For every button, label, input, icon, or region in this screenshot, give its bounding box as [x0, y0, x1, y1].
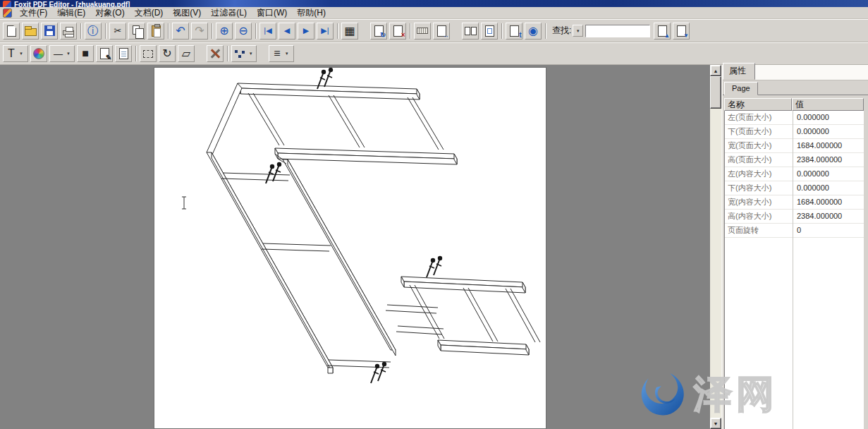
chevron-down-icon: ▼: [576, 29, 580, 33]
menu-document[interactable]: 文档(D): [130, 6, 169, 20]
color-wheel-icon: [33, 48, 44, 59]
toolbar-separator: [501, 23, 503, 39]
pdf-page[interactable]: [154, 67, 546, 429]
redo-arrow-icon: ↷: [195, 25, 204, 37]
fit-page-frame-icon: [487, 28, 492, 34]
text-tool-button[interactable]: T▼: [3, 45, 28, 62]
scroll-down-button[interactable]: ▼: [710, 418, 721, 429]
delete-page-button[interactable]: ×: [389, 23, 406, 40]
menu-view[interactable]: 视图(V): [168, 6, 206, 20]
table-row[interactable]: 高(页面大小) 2384.000000: [725, 153, 864, 167]
node-edit-button[interactable]: ▼: [231, 45, 257, 62]
property-value: 1684.000000: [793, 139, 864, 152]
document-info-button[interactable]: ⓘ: [85, 23, 102, 40]
table-row[interactable]: 下(内容大小) 0.000000: [725, 181, 864, 195]
table-row[interactable]: 高(内容大小) 2384.000000: [725, 210, 864, 224]
text-caret: [182, 197, 186, 209]
column-header-name[interactable]: 名称: [724, 98, 792, 111]
vertical-scrollbar[interactable]: ▲ ▼: [710, 65, 721, 429]
table-row[interactable]: 宽(页面大小) 1684.000000: [725, 139, 864, 153]
select-object-button[interactable]: [140, 45, 157, 62]
line-icon: —: [54, 49, 63, 59]
table-row[interactable]: 下(页面大小) 0.000000: [725, 125, 864, 139]
table-row[interactable]: 左(页面大小) 0.000000: [725, 111, 864, 125]
two-page-view-button[interactable]: [462, 23, 479, 40]
page-thumbnails-button[interactable]: ▦: [341, 23, 358, 40]
table-row[interactable]: 宽(内容大小) 1684.000000: [725, 195, 864, 210]
property-name: 高(内容大小): [725, 210, 793, 223]
first-page-button[interactable]: |◀: [259, 23, 276, 40]
column-header-value[interactable]: 值: [792, 98, 864, 111]
next-page-button[interactable]: ▶: [298, 23, 314, 40]
object-inspect-button[interactable]: ◉: [525, 23, 542, 40]
skew-object-button[interactable]: ▱: [178, 45, 195, 62]
last-page-button[interactable]: ▶|: [317, 23, 334, 40]
panel-tab-properties[interactable]: 属性: [723, 63, 755, 80]
printer-icon: [63, 30, 74, 35]
scrollbar-thumb[interactable]: [710, 76, 721, 109]
menu-edit[interactable]: 编辑(E): [52, 6, 90, 20]
text-t-icon: t: [519, 32, 521, 39]
menu-window[interactable]: 窗口(W): [252, 6, 292, 20]
grid-icon: ▦: [344, 25, 355, 37]
path-nodes-icon: [235, 50, 245, 58]
property-value: 0.000000: [793, 125, 864, 138]
selection-box-icon: [143, 50, 153, 58]
document-window-icon: [3, 8, 12, 18]
tools-button[interactable]: [207, 45, 224, 62]
fill-style-button[interactable]: ■: [77, 45, 94, 62]
find-input[interactable]: [585, 25, 650, 37]
toolbar-separator: [410, 23, 411, 39]
scrollbar-track[interactable]: [710, 109, 721, 418]
line-style-button[interactable]: —▼: [49, 45, 75, 62]
fit-width-arrows-icon: ↔: [444, 33, 449, 39]
toolbar-separator: [168, 23, 169, 39]
arrow-down-icon: ▼: [683, 33, 689, 39]
property-value: 0: [793, 224, 864, 237]
fit-page-button[interactable]: [481, 23, 498, 40]
zoom-out-button[interactable]: ⊖: [235, 23, 252, 40]
save-button[interactable]: [41, 23, 58, 40]
copy-button[interactable]: [128, 23, 145, 40]
table-row[interactable]: 页面旋转 0: [725, 224, 864, 238]
menu-help[interactable]: 帮助(H): [292, 6, 331, 20]
property-name: 下(内容大小): [725, 181, 793, 195]
zoom-out-icon: ⊖: [238, 25, 247, 37]
keyboard-button[interactable]: [414, 23, 431, 40]
redo-button[interactable]: ↷: [191, 23, 208, 40]
previous-page-button[interactable]: ◀: [279, 23, 295, 40]
align-button[interactable]: ≡▼: [269, 45, 294, 62]
undo-button[interactable]: ↶: [172, 23, 189, 40]
zoom-in-button[interactable]: ⊕: [216, 23, 233, 40]
property-value: 0.000000: [793, 111, 864, 124]
find-next-document-button[interactable]: ▼: [673, 23, 690, 40]
find-options-dropdown[interactable]: ▼: [573, 25, 583, 37]
edit-content-button[interactable]: [115, 45, 132, 62]
scroll-up-button[interactable]: ▲: [710, 65, 721, 76]
import-page-button[interactable]: ↻: [370, 23, 387, 40]
toolbar-separator: [545, 23, 546, 39]
clipboard-icon: [152, 25, 161, 37]
color-picker-button[interactable]: [30, 45, 47, 62]
rotate-object-button[interactable]: ↻: [159, 45, 176, 62]
menu-file[interactable]: 文件(F): [15, 6, 52, 20]
open-button[interactable]: [22, 23, 39, 40]
page-icon: [485, 25, 494, 37]
text-extract-button[interactable]: t: [506, 23, 522, 40]
fit-width-button[interactable]: ↔: [433, 23, 450, 40]
edit-object-button[interactable]: ✎: [96, 45, 113, 62]
document-canvas[interactable]: [0, 65, 710, 429]
cut-button[interactable]: ✂: [109, 23, 126, 40]
panel-subtab-page[interactable]: Page: [724, 82, 758, 95]
new-document-button[interactable]: [3, 23, 20, 40]
paste-button[interactable]: [147, 23, 164, 40]
print-button[interactable]: [60, 23, 77, 40]
table-row[interactable]: 左(内容大小) 0.000000: [725, 167, 864, 181]
menu-filter[interactable]: 过滤器(L): [206, 6, 252, 20]
chevron-down-icon: ▼: [285, 52, 289, 56]
menu-object[interactable]: 对象(O): [90, 6, 129, 20]
page-icon: ↻: [374, 25, 384, 37]
open-folder-icon: [25, 28, 37, 36]
find-previous-document-button[interactable]: ▲: [654, 23, 671, 40]
scissors-icon: ✂: [114, 26, 122, 35]
